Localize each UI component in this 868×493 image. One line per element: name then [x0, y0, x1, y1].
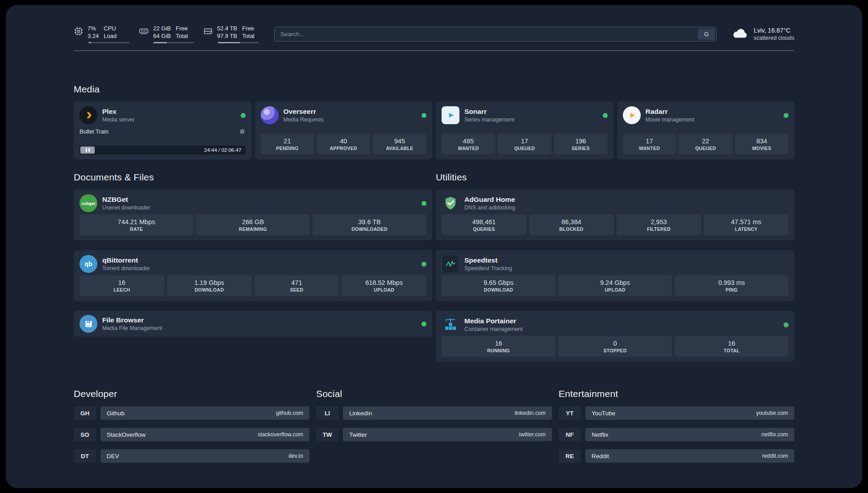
- filebrowser-card[interactable]: File Browser Media File Management: [74, 311, 432, 337]
- status-dot: [421, 201, 426, 206]
- stat-label: FILTERED: [647, 226, 671, 232]
- cpu-percent: 7%: [88, 25, 99, 32]
- bookmark-name: StackOverflow: [107, 431, 146, 438]
- weather-widget[interactable]: Lviv, 16.87°C scattered clouds: [732, 26, 794, 42]
- utilities-heading: Utilities: [436, 172, 794, 183]
- qbittorrent-card[interactable]: qb qBittorrent Torrent downloader 16 LEE…: [74, 250, 432, 301]
- memory-progress-bar: [153, 42, 194, 43]
- app-name: Speedtest: [464, 256, 512, 264]
- search-input[interactable]: [274, 27, 717, 42]
- bookmark-twitter[interactable]: TW Twitter twitter.com: [316, 428, 552, 441]
- social-heading: Social: [316, 389, 552, 399]
- stat-label: DOWNLOAD: [195, 287, 224, 292]
- portainer-card[interactable]: Media Portainer Container management 16 …: [436, 311, 794, 362]
- adguard-shield-icon: [442, 194, 459, 212]
- gear-icon[interactable]: [239, 128, 246, 135]
- status-dot: [421, 322, 426, 326]
- app-name: Radarr: [646, 107, 695, 116]
- status-dot: [241, 113, 246, 118]
- stat-tile: 2,953 FILTERED: [617, 214, 701, 235]
- stat-value: 618.52 Mbps: [365, 279, 403, 286]
- bookmark-netflix[interactable]: NF Netflix netflix.com: [559, 428, 794, 441]
- stat-label: LEECH: [113, 287, 130, 292]
- stat-value: 47.571 ms: [731, 218, 761, 226]
- search-bar: G: [274, 27, 717, 42]
- bookmark-name: Twitter: [349, 431, 367, 438]
- disk-total-label: Total: [242, 32, 254, 40]
- status-dot: [784, 322, 789, 327]
- bookmark-abbr: RE: [559, 449, 581, 463]
- stat-label: RUNNING: [487, 348, 510, 353]
- sonarr-card[interactable]: Sonarr Series management 485 WANTED 17 Q…: [436, 101, 613, 159]
- bookmark-github[interactable]: GH Github github.com: [74, 406, 309, 420]
- entertainment-heading: Entertainment: [559, 389, 794, 399]
- stat-value: 17: [521, 138, 528, 145]
- cloud-icon: [732, 28, 749, 40]
- stat-label: DOWNLOADED: [351, 226, 388, 232]
- nzbget-card[interactable]: nzbget NZBGet Usenet downloader 744.21 M…: [74, 189, 432, 240]
- app-subtitle: Container management: [464, 326, 523, 333]
- radarr-card[interactable]: Radarr Movie management 17 WANTED 22 QUE…: [617, 101, 795, 159]
- pause-icon[interactable]: [80, 146, 95, 154]
- disk-total-value: 97.9 TB: [217, 32, 237, 40]
- stat-tile: 16 RUNNING: [442, 336, 555, 357]
- disk-progress-bar: [218, 42, 259, 43]
- screen-frame: 7% 3.24 CPU Load: [0, 0, 868, 493]
- app-name: NZBGet: [102, 195, 150, 204]
- bookmark-linkedin[interactable]: LI LinkedIn linkedin.com: [316, 406, 552, 420]
- stat-tile: 9.24 Gbps UPLOAD: [558, 275, 672, 296]
- bookmark-url: dev.to: [288, 453, 303, 459]
- media-section: Media Plex Media server Bullet Train: [74, 84, 794, 159]
- app-subtitle: Speedtest Tracking: [464, 265, 512, 272]
- qbittorrent-icon: qb: [79, 255, 97, 273]
- stat-label: MOVIES: [752, 146, 772, 151]
- stat-label: LATENCY: [735, 226, 758, 232]
- stat-value: 945: [394, 138, 405, 145]
- now-playing-title: Bullet Train: [79, 128, 108, 135]
- stat-tile: 618.52 Mbps UPLOAD: [342, 275, 426, 296]
- stat-value: 0: [613, 340, 617, 347]
- player-progress-bar[interactable]: 24:44 / 02:06:47: [79, 146, 246, 155]
- bookmark-abbr: DT: [74, 449, 96, 463]
- system-stats: 7% 3.24 CPU Load: [74, 25, 259, 43]
- app-name: Sonarr: [464, 107, 514, 116]
- stat-label: STOPPED: [603, 348, 626, 353]
- stat-value: 9.65 Gbps: [484, 279, 513, 286]
- stat-tile: 22 QUEUED: [679, 134, 732, 155]
- adguard-card[interactable]: AdGuard Home DNS and adblocking 498,461 …: [436, 189, 794, 240]
- status-dot: [421, 113, 426, 118]
- stat-value: 485: [463, 138, 474, 145]
- plex-icon: [79, 106, 97, 124]
- stat-value: 40: [340, 138, 347, 145]
- bookmark-reddit[interactable]: RE Reddit reddit.com: [559, 449, 794, 463]
- plex-card[interactable]: Plex Media server Bullet Train: [74, 101, 251, 159]
- speedtest-card[interactable]: Speedtest Speedtest Tracking 9.65 Gbps D…: [436, 250, 794, 301]
- stat-label: SERIES: [572, 146, 589, 151]
- search-engine-button[interactable]: G: [698, 29, 715, 40]
- overseerr-card[interactable]: Overseerr Media Requests 21 PENDING 40 A…: [255, 101, 433, 159]
- app-name: File Browser: [102, 316, 162, 324]
- stat-label: BLOCKED: [559, 226, 584, 232]
- app-name: Media Portainer: [464, 317, 523, 325]
- disk-free-value: 52.4 TB: [217, 25, 237, 32]
- bookmark-stackoverflow[interactable]: SO StackOverflow stackoverflow.com: [74, 428, 309, 441]
- stat-label: RATE: [130, 226, 143, 232]
- memory-free-label: Free: [176, 25, 188, 32]
- entertainment-section: Entertainment YT YouTube youtube.com NF …: [559, 389, 794, 463]
- bookmark-dev[interactable]: DT DEV dev.to: [74, 449, 309, 463]
- stat-tile: 744.21 Mbps RATE: [79, 214, 193, 235]
- cpu-load-value: 3.24: [88, 32, 99, 40]
- bookmark-url: netflix.com: [761, 431, 788, 438]
- stat-value: 196: [575, 138, 586, 145]
- bookmark-youtube[interactable]: YT YouTube youtube.com: [559, 406, 794, 420]
- status-dot: [784, 113, 789, 118]
- developer-heading: Developer: [74, 389, 309, 399]
- cpu-chip-icon: [74, 26, 83, 36]
- stat-label: UPLOAD: [605, 287, 625, 292]
- stat-label: WANTED: [458, 146, 479, 151]
- bookmark-name: DEV: [107, 453, 119, 460]
- app-name: Plex: [102, 107, 134, 116]
- stat-tile: 21 PENDING: [261, 134, 314, 155]
- bookmark-abbr: LI: [316, 406, 338, 420]
- cpu-subtitle: Load: [104, 32, 117, 40]
